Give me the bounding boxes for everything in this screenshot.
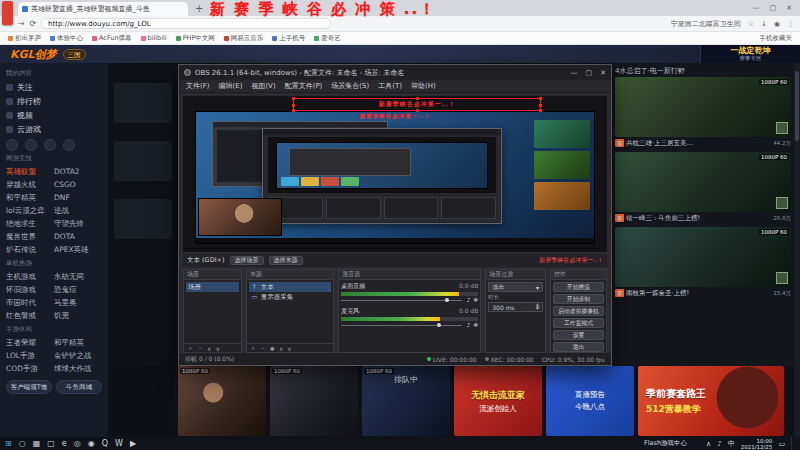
add-icon[interactable]: ＋ (250, 344, 256, 353)
game-item[interactable]: COD手游 (6, 362, 54, 375)
bookmarks-right[interactable]: 手机收藏夹 (760, 34, 793, 43)
promo-thumbnail[interactable]: 直播预告 今晚八点 (546, 366, 634, 436)
new-tab-button[interactable]: + (195, 2, 203, 16)
game-item[interactable]: 马里奥 (54, 296, 102, 309)
slider-knob[interactable] (437, 323, 441, 327)
stream-thumbnail[interactable]: 1080P 60 (615, 77, 791, 137)
taskbar-clock[interactable]: 10:00 2021/12/25 (741, 438, 773, 450)
start-streaming-button[interactable]: 开始推流 (553, 282, 604, 292)
menu-file[interactable]: 文件(F) (186, 81, 210, 91)
stream-thumbnail[interactable]: 1080P 60 (270, 366, 358, 436)
star-icon[interactable]: ☆ (748, 20, 754, 28)
game-item[interactable]: 怀旧游戏 (6, 283, 54, 296)
browser-tab[interactable]: 英雄联盟直播_英雄联盟视频直播_斗鱼 (18, 2, 188, 16)
stream-thumbnail[interactable]: 1080P 60 (615, 227, 791, 287)
search-icon[interactable]: ○ (19, 437, 26, 450)
scene-item[interactable]: 场景 (186, 282, 239, 292)
category-icon[interactable] (6, 139, 18, 151)
game-item[interactable]: DNF (54, 191, 102, 204)
category-icon[interactable] (44, 139, 56, 151)
source-item-display-capture[interactable]: ▭ 显示器采集 (249, 292, 331, 302)
slider-knob[interactable] (445, 298, 449, 302)
scrollbar-thumb[interactable] (795, 71, 799, 141)
stream-thumbnail[interactable]: 1080P 60 (615, 152, 791, 212)
stream-card[interactable]: 1080P 60 荐 共枕三雄·上三居五美… 44.2万 (615, 77, 791, 149)
card-title[interactable]: 错一峰三：斗鱼前三上榜! (626, 214, 771, 223)
game-item[interactable]: 炉石传说 (6, 243, 54, 256)
start-icon[interactable]: ⊞ (5, 437, 12, 450)
background-card[interactable] (114, 199, 172, 239)
flash-game-center-label[interactable]: Flash游戏中心 (644, 439, 687, 448)
speaker-icon[interactable]: ♪ (466, 296, 470, 303)
bookmark-item[interactable]: 上手机号 (272, 34, 305, 43)
page-scrollbar[interactable] (794, 63, 800, 437)
add-icon[interactable]: ＋ (187, 344, 193, 353)
qq-icon[interactable]: Q (102, 437, 108, 450)
settings-button[interactable]: 设置 (553, 330, 604, 340)
game-item[interactable]: 绝地求生 (6, 217, 54, 230)
game-item[interactable]: 和平精英 (54, 336, 102, 349)
bookmark-item[interactable]: 爱奇艺 (314, 34, 341, 43)
card-title[interactable]: 共枕三雄·上三居五美… (626, 139, 771, 148)
url-input[interactable]: http://www.douyu.com/g_LOL (41, 18, 331, 29)
mall-button[interactable]: 斗鱼商城 (56, 380, 102, 394)
profile-icon[interactable]: ◉ (774, 20, 780, 28)
bookmark-item[interactable]: 网易云音乐 (224, 34, 264, 43)
obs-preview-canvas[interactable]: 新赛季峡谷必冲第一..！ (183, 96, 607, 252)
game-item[interactable]: 金铲铲之战 (54, 349, 102, 362)
game-item[interactable]: lol云顶之弈 (6, 204, 54, 217)
bookmark-item[interactable]: PHP中文网 (176, 34, 215, 43)
game-item[interactable]: 球球大作战 (54, 362, 102, 375)
bookmark-item[interactable]: 体验中心 (50, 34, 83, 43)
virtual-camera-button[interactable]: 启动虚拟摄像机 (553, 306, 604, 316)
media-player-icon[interactable]: ▶ (130, 437, 136, 450)
menu-tools[interactable]: 工具(T) (378, 81, 402, 91)
text-source-selection-box[interactable]: 新赛季峡谷必冲第一..！ (293, 98, 541, 111)
move-down-icon[interactable]: ∨ (287, 345, 291, 352)
obs-titlebar[interactable]: OBS 26.1.1 (64-bit, windows) - 配置文件: 未命名… (179, 65, 611, 80)
menu-help[interactable]: 帮助(H) (411, 81, 436, 91)
ime-indicator[interactable]: 中 (728, 439, 735, 449)
refresh-icon[interactable]: ⟳ (29, 19, 36, 28)
close-icon[interactable]: ✕ (786, 4, 792, 12)
game-item[interactable]: 守望先锋 (54, 217, 102, 230)
properties-icon[interactable]: ✱ (270, 345, 275, 352)
game-item[interactable]: 逆战 (54, 204, 102, 217)
show-desktop-button[interactable] (791, 437, 795, 450)
choose-source-button[interactable]: 选择来源 (269, 256, 303, 265)
sidebar-item-follow[interactable]: 关注 (6, 80, 102, 94)
game-item[interactable]: DOTA2 (54, 165, 102, 178)
bookmark-item[interactable]: bilibili (141, 34, 167, 42)
speaker-icon[interactable]: ♪ (466, 321, 470, 328)
stream-card[interactable]: 1080P 60 荐 错一峰三：斗鱼前三上榜! 26.8万 (615, 152, 791, 224)
exit-button[interactable]: 退出 (553, 342, 604, 352)
selection-handle[interactable] (292, 104, 295, 107)
stream-thumbnail[interactable]: 1080P 60 排队中 (362, 366, 450, 436)
maximize-icon[interactable]: ▢ (770, 4, 777, 12)
file-explorer-icon[interactable]: ▢ (47, 437, 55, 450)
move-down-icon[interactable]: ∨ (215, 345, 219, 352)
remove-icon[interactable]: － (197, 344, 203, 353)
game-item[interactable]: 魔兽世界 (6, 230, 54, 243)
background-card[interactable] (114, 83, 172, 123)
start-recording-button[interactable]: 开始录制 (553, 294, 604, 304)
game-item[interactable]: CSGO (54, 178, 102, 191)
selection-handle[interactable] (539, 109, 542, 112)
partial-thumbnail[interactable] (112, 366, 174, 436)
edge-browser-icon[interactable]: e (62, 437, 67, 450)
promo-thumbnail-large[interactable]: 季前赛套路王 512营暴教学 (638, 366, 784, 436)
minimize-icon[interactable]: — (753, 4, 760, 12)
bookmark-item[interactable]: AcFun弹幕 (92, 34, 132, 43)
background-card[interactable] (114, 141, 172, 181)
promo-thumbnail[interactable]: 无惧击流亚家 流派创始人 (454, 366, 542, 436)
notification-center-icon[interactable]: ▭ (778, 440, 785, 448)
transition-select[interactable]: 淡出 ▾ (488, 282, 543, 292)
move-up-icon[interactable]: ∧ (207, 345, 211, 352)
client-tshirt-button[interactable]: 客户端领T恤 (6, 380, 52, 394)
remove-icon[interactable]: － (260, 344, 266, 353)
obs-app-icon[interactable]: ◉ (88, 437, 95, 450)
download-icon[interactable]: ↓ (761, 20, 767, 28)
source-item-text[interactable]: T 文本 (249, 282, 331, 292)
spinner-icons[interactable]: ▲▼ (536, 303, 539, 311)
game-item[interactable]: 和平精英 (6, 191, 54, 204)
